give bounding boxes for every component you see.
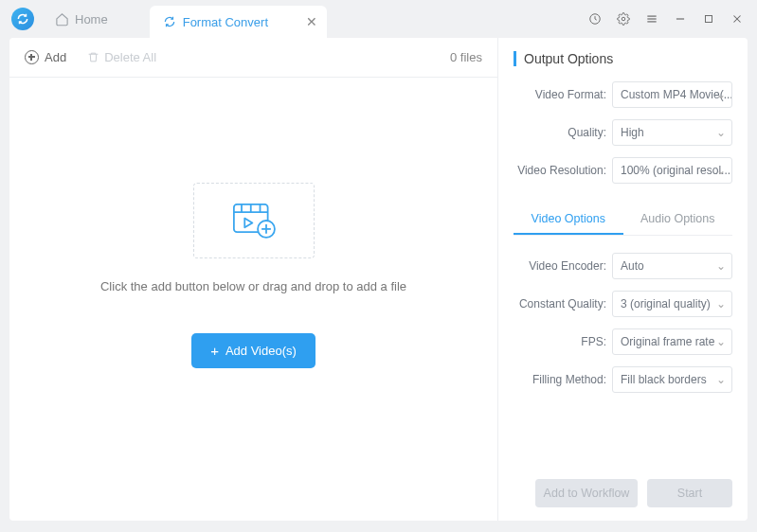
close-tab-icon[interactable]: ✕ <box>306 14 317 29</box>
drop-box <box>193 183 315 258</box>
svg-point-1 <box>622 17 625 21</box>
tab-video-options[interactable]: Video Options <box>514 204 623 235</box>
settings-icon[interactable] <box>611 7 636 31</box>
dropzone[interactable]: Click the add button below or drag and d… <box>9 78 497 521</box>
window-controls <box>583 7 749 31</box>
tab-format-convert[interactable]: Format Convert ✕ <box>150 6 327 38</box>
video-add-icon <box>229 200 279 241</box>
chevron-down-icon: ⌄ <box>716 297 726 310</box>
start-button[interactable]: Start <box>647 479 732 507</box>
right-panel: Output Options Video Format: Custom MP4 … <box>498 38 748 521</box>
history-icon[interactable] <box>583 7 607 31</box>
chevron-down-icon: ⌄ <box>716 335 726 348</box>
refresh-icon <box>163 15 176 28</box>
constant-quality-select[interactable]: 3 (original quality)⌄ <box>612 291 732 317</box>
constant-quality-label: Constant Quality: <box>514 297 606 310</box>
chevron-down-icon: ⌄ <box>716 88 726 101</box>
titlebar: Home Format Convert ✕ <box>0 0 757 38</box>
fps-select[interactable]: Original frame rate⌄ <box>612 328 732 355</box>
quality-select[interactable]: High⌄ <box>612 119 732 146</box>
quality-field: Quality: High⌄ <box>514 119 732 146</box>
file-count: 0 files <box>450 50 482 64</box>
chevron-down-icon: ⌄ <box>716 126 726 139</box>
svg-rect-6 <box>706 16 712 23</box>
tab-audio-options[interactable]: Audio Options <box>623 204 733 235</box>
main-content: Add Delete All 0 files <box>9 38 748 521</box>
plus-circle-icon <box>25 50 39 64</box>
encoder-label: Video Encoder: <box>514 259 606 273</box>
add-videos-label: Add Video(s) <box>225 344 297 358</box>
footer-buttons: Add to Workflow Start <box>535 479 732 507</box>
encoder-field: Video Encoder: Auto⌄ <box>514 253 732 279</box>
chevron-down-icon: ⌄ <box>716 373 726 386</box>
fps-field: FPS: Original frame rate⌄ <box>514 328 732 355</box>
quality-label: Quality: <box>514 126 606 139</box>
resolution-field: Video Resolution: 100% (original resol..… <box>514 157 732 184</box>
filling-method-field: Filling Method: Fill black borders⌄ <box>514 366 732 393</box>
filling-method-select[interactable]: Fill black borders⌄ <box>612 366 732 393</box>
video-format-select[interactable]: Custom MP4 Movie(...⌄ <box>612 81 732 108</box>
fps-label: FPS: <box>514 335 606 348</box>
tab-home-label: Home <box>75 12 108 27</box>
video-format-label: Video Format: <box>514 88 606 101</box>
close-window-icon[interactable] <box>725 7 749 31</box>
home-icon <box>55 12 69 27</box>
maximize-icon[interactable] <box>696 7 721 31</box>
filling-method-label: Filling Method: <box>514 373 606 386</box>
menu-icon[interactable] <box>640 7 664 31</box>
add-label: Add <box>45 50 66 64</box>
tab-home[interactable]: Home <box>42 0 121 38</box>
encoder-select[interactable]: Auto⌄ <box>612 253 732 279</box>
chevron-down-icon: ⌄ <box>716 164 726 177</box>
resolution-label: Video Resolution: <box>514 164 606 177</box>
chevron-down-icon: ⌄ <box>716 259 726 273</box>
tab-convert-label: Format Convert <box>183 15 268 29</box>
delete-all-label: Delete All <box>104 50 156 64</box>
add-to-workflow-button[interactable]: Add to Workflow <box>535 479 638 507</box>
video-format-field: Video Format: Custom MP4 Movie(...⌄ <box>514 81 732 108</box>
resolution-select[interactable]: 100% (original resol...⌄ <box>612 157 732 184</box>
output-options-title: Output Options <box>514 51 732 66</box>
options-subtabs: Video Options Audio Options <box>514 204 732 236</box>
trash-icon <box>87 51 99 63</box>
app-logo <box>11 8 34 30</box>
constant-quality-field: Constant Quality: 3 (original quality)⌄ <box>514 291 732 317</box>
add-button[interactable]: Add <box>25 50 66 64</box>
file-toolbar: Add Delete All 0 files <box>9 38 497 78</box>
left-panel: Add Delete All 0 files <box>9 38 498 521</box>
add-videos-button[interactable]: Add Video(s) <box>191 333 315 368</box>
dropzone-hint: Click the add button below or drag and d… <box>100 279 406 293</box>
minimize-icon[interactable] <box>668 7 693 31</box>
delete-all-button: Delete All <box>87 50 156 64</box>
